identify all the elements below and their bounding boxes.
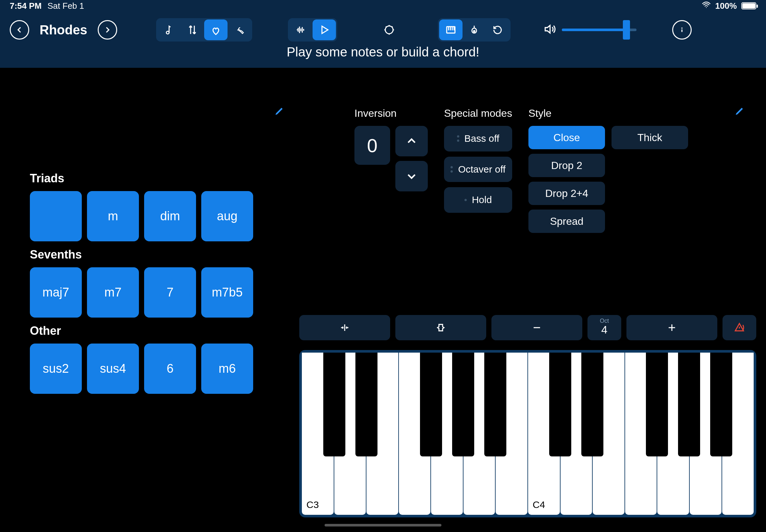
key-as4[interactable] [710, 353, 732, 456]
key-gs3[interactable] [452, 353, 474, 456]
other-pad-sus4[interactable]: sus4 [87, 344, 139, 394]
chord-pads-panel: Triads m dim aug Sevenths maj7 m7 7 m7b5… [30, 172, 270, 400]
key-fs4[interactable] [646, 353, 668, 456]
instrument-name: Rhodes [31, 23, 96, 37]
special-modes-label: Special modes [444, 107, 512, 119]
main-area: Triads m dim aug Sevenths maj7 m7 7 m7b5… [0, 68, 766, 529]
status-time: 7:54 PM [10, 1, 42, 11]
svg-point-4 [474, 30, 475, 32]
battery-percent: 100% [715, 1, 737, 11]
key-as3[interactable] [484, 353, 506, 456]
octave-down-button[interactable] [492, 315, 582, 340]
status-date: Sat Feb 1 [47, 1, 84, 11]
volume-icon [543, 23, 556, 37]
volume-slider[interactable] [562, 29, 637, 31]
metronome-button[interactable] [379, 20, 399, 40]
toolbar: Rhodes [0, 12, 766, 45]
seventh-pad-maj7[interactable]: maj7 [30, 267, 82, 318]
mode-segment [156, 18, 252, 42]
mode-note-button[interactable] [157, 19, 181, 40]
inversion-up-button[interactable] [395, 126, 428, 156]
piano-keyboard[interactable]: C3 C4 [299, 350, 756, 517]
hint-banner: Play some notes or build a chord! [0, 45, 766, 68]
bass-toggle[interactable]: Bass off [444, 126, 512, 151]
octave-label: Oct [600, 318, 609, 324]
key-label-c4: C4 [533, 499, 545, 510]
info-button[interactable] [672, 20, 692, 40]
other-pad-sus2[interactable]: sus2 [30, 344, 82, 394]
view-segment [438, 18, 511, 42]
key-ds3[interactable] [355, 353, 377, 456]
sevenths-label: Sevenths [30, 248, 270, 261]
battery-icon [741, 2, 756, 9]
style-spread[interactable]: Spread [529, 210, 605, 233]
panic-button[interactable] [723, 315, 756, 340]
other-label: Other [30, 324, 270, 338]
edit-pads-button[interactable] [274, 106, 284, 117]
other-pad-6[interactable]: 6 [144, 344, 196, 394]
style-label: Style [529, 107, 688, 119]
prev-instrument-button[interactable] [10, 20, 29, 40]
bass-toggle-label: Bass off [465, 133, 500, 144]
key-ds4[interactable] [581, 353, 603, 456]
octaver-toggle[interactable]: Octaver off [444, 157, 512, 182]
seventh-pad-m7[interactable]: m7 [87, 267, 139, 318]
key-fs3[interactable] [420, 353, 442, 456]
status-bar: 7:54 PM Sat Feb 1 100% [0, 0, 766, 12]
instrument-switcher: Rhodes [10, 20, 117, 40]
wifi-icon [702, 0, 711, 12]
style-drop24[interactable]: Drop 2+4 [529, 182, 605, 205]
hold-toggle[interactable]: Hold [444, 187, 512, 213]
seventh-pad-7[interactable]: 7 [144, 267, 196, 318]
key-label-c3: C3 [306, 499, 319, 510]
style-drop2[interactable]: Drop 2 [529, 154, 605, 177]
scroll-center-button[interactable] [299, 315, 390, 340]
hold-toggle-label: Hold [472, 194, 492, 206]
keyboard-panel: Oct 4 C3 C4 [299, 315, 756, 517]
key-gs4[interactable] [678, 353, 700, 456]
triad-pad-dim[interactable]: dim [144, 191, 196, 241]
key-cs3[interactable] [323, 353, 345, 456]
octave-display: Oct 4 [588, 315, 621, 340]
style-close[interactable]: Close [529, 126, 605, 149]
svg-marker-1 [322, 26, 328, 34]
play-button[interactable] [312, 19, 336, 40]
split-button[interactable] [395, 315, 486, 340]
inversion-down-button[interactable] [395, 161, 428, 191]
mode-arrows-button[interactable] [181, 19, 204, 40]
sound-wave-button[interactable] [289, 19, 312, 40]
seventh-pad-m7b5[interactable]: m7b5 [201, 267, 253, 318]
view-guitar-button[interactable] [463, 19, 486, 40]
key-cs4[interactable] [549, 353, 571, 456]
inversion-label: Inversion [354, 107, 428, 119]
mode-wrench-button[interactable] [227, 19, 251, 40]
style-thick[interactable]: Thick [612, 126, 688, 149]
home-indicator [324, 524, 442, 526]
controls-panel: Inversion 0 Special modes Bass off [354, 107, 757, 233]
octave-up-button[interactable] [626, 315, 717, 340]
triads-label: Triads [30, 172, 270, 185]
triad-pad-aug[interactable]: aug [201, 191, 253, 241]
triad-pad-minor[interactable]: m [87, 191, 139, 241]
other-pad-m6[interactable]: m6 [201, 344, 253, 394]
svg-point-5 [682, 28, 682, 28]
octaver-toggle-label: Octaver off [458, 164, 505, 175]
inversion-value: 0 [354, 126, 390, 165]
playback-segment [288, 18, 337, 42]
view-keyboard-button[interactable] [439, 19, 463, 40]
view-undo-button[interactable] [486, 19, 509, 40]
mode-hands-button[interactable] [204, 19, 227, 40]
next-instrument-button[interactable] [98, 20, 117, 40]
triad-pad-major[interactable] [30, 191, 82, 241]
volume-control[interactable] [543, 23, 637, 37]
